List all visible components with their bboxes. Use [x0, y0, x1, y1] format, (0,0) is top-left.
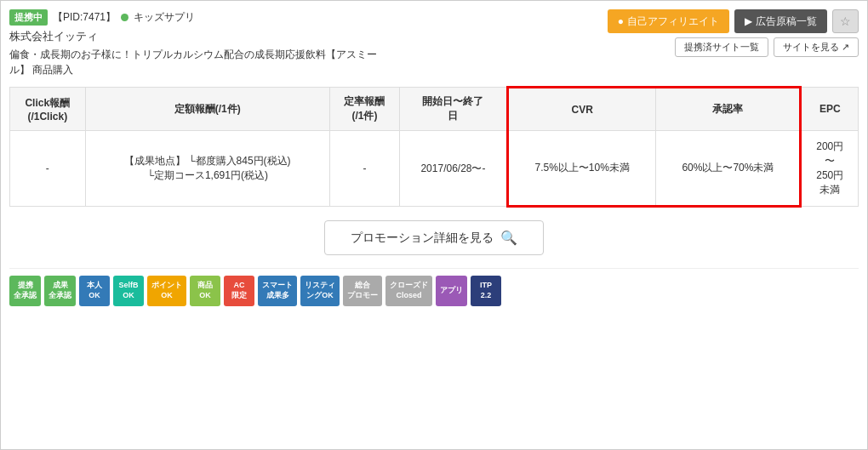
site-buttons: 提携済サイト一覧 サイトを見る ↗ — [675, 37, 859, 57]
th-teigaku: 定額報酬(/1件) — [85, 88, 329, 131]
top-left: 提携中 【PID:7471】 キッズサプリ 株式会社イッティ 偏食・成長期のお子… — [9, 9, 608, 77]
top-right-buttons: ● 自己アフィリエイト ▶ 広告原稿一覧 ☆ — [608, 9, 859, 33]
pid-text: 【PID:7471】 — [53, 10, 116, 25]
th-teiritsu: 定率報酬 (/1件) — [329, 88, 399, 131]
badge-smart: スマート 成果多 — [258, 276, 297, 306]
external-link-icon: ↗ — [842, 42, 849, 53]
badge-seika: 成果 全承認 — [44, 276, 76, 306]
kokoku-genkou-button[interactable]: ▶ 広告原稿一覧 — [734, 9, 827, 33]
badge-row: 提携中 【PID:7471】 キッズサプリ — [9, 9, 608, 26]
td-kikan: 2017/06/28〜- — [400, 131, 508, 207]
td-shoninritsu: 60%以上〜70%未満 — [656, 131, 801, 207]
th-epc: EPC — [801, 88, 859, 131]
td-click: - — [10, 131, 86, 207]
top-right: ● 自己アフィリエイト ▶ 広告原稿一覧 ☆ 提携済サイト一覧 サイトを見る ↗ — [608, 9, 859, 57]
page-wrapper: 提携中 【PID:7471】 キッズサプリ 株式会社イッティ 偏食・成長期のお子… — [1, 1, 867, 315]
th-cvr: CVR — [507, 88, 656, 131]
th-shoninritsu: 承認率 — [656, 88, 801, 131]
td-cvr: 7.5%以上〜10%未満 — [507, 131, 656, 207]
status-badge: 提携中 — [9, 9, 48, 26]
data-table: Click報酬 (/1Click) 定額報酬(/1件) 定率報酬 (/1件) 開… — [9, 86, 859, 208]
th-click: Click報酬 (/1Click) — [10, 88, 86, 131]
th-kikan: 開始日〜終了 日 — [400, 88, 508, 131]
td-teiritsu: - — [329, 131, 399, 207]
top-section: 提携中 【PID:7471】 キッズサプリ 株式会社イッティ 偏食・成長期のお子… — [9, 9, 859, 77]
bottom-badges: 提携 全承認 成果 全承認 本人 OK SelfB OK ポイント OK 商品 … — [9, 268, 859, 306]
badge-shohin: 商品 OK — [190, 276, 220, 306]
person-icon: ● — [618, 15, 624, 27]
td-epc: 200円 〜 250円 未満 — [801, 131, 859, 207]
badge-listing: リスティ ングOK — [300, 276, 340, 306]
search-icon: 🔍 — [500, 230, 517, 246]
company-name: 株式会社イッティ — [9, 29, 608, 44]
badge-teikei: 提携 全承認 — [9, 276, 41, 306]
arrow-icon: ▶ — [745, 15, 752, 27]
table-row: - 【成果地点】 └都度購入845円(税込) └定期コース1,691円(税込) … — [10, 131, 859, 207]
badge-saikyo: 総合 プロモー — [343, 276, 382, 306]
table-header-row: Click報酬 (/1Click) 定額報酬(/1件) 定率報酬 (/1件) 開… — [10, 88, 859, 131]
badge-honnin: 本人 OK — [79, 276, 110, 306]
promo-detail-button[interactable]: プロモーション詳細を見る 🔍 — [324, 220, 544, 255]
star-button[interactable]: ☆ — [832, 9, 859, 33]
promo-section: プロモーション詳細を見る 🔍 — [9, 220, 859, 255]
badge-closed: クローズド Closed — [385, 276, 432, 306]
green-dot-icon — [121, 14, 128, 21]
badge-appli: アプリ — [436, 276, 467, 306]
table-section: Click報酬 (/1Click) 定額報酬(/1件) 定率報酬 (/1件) 開… — [9, 86, 859, 208]
category-text: キッズサプリ — [134, 10, 195, 25]
td-teigaku: 【成果地点】 └都度購入845円(税込) └定期コース1,691円(税込) — [85, 131, 329, 207]
description: 偏食・成長期のお子様に！トリプルカルシウム配合の成長期応援飲料【アスミー ル】 … — [9, 47, 608, 77]
teikyu-site-button[interactable]: 提携済サイト一覧 — [675, 37, 768, 57]
badge-selfb: SelfB OK — [113, 276, 144, 306]
badge-point: ポイント OK — [147, 276, 186, 306]
site-miru-button[interactable]: サイトを見る ↗ — [774, 37, 859, 57]
badge-itp: ITP 2.2 — [471, 276, 501, 306]
jiko-affiliate-button[interactable]: ● 自己アフィリエイト — [608, 9, 729, 33]
badge-acgen: AC 限定 — [224, 276, 254, 306]
